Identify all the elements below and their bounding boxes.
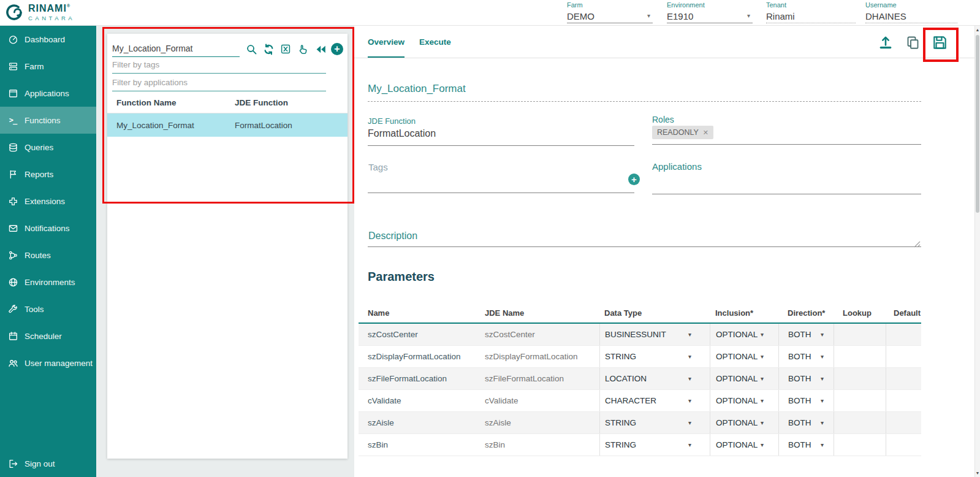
param-direction-select[interactable]: BOTH bbox=[778, 434, 834, 456]
param-inclusion-select[interactable]: OPTIONAL bbox=[710, 346, 778, 367]
param-direction-select[interactable]: BOTH bbox=[778, 346, 834, 367]
parameter-row: szAisle szAisle STRING OPTIONAL BOTH bbox=[359, 412, 921, 434]
param-direction-select[interactable]: BOTH bbox=[778, 368, 834, 389]
param-name-cell: szAisle bbox=[359, 412, 476, 433]
function-search-input[interactable] bbox=[112, 42, 240, 57]
add-function-button[interactable]: + bbox=[330, 42, 344, 56]
sidebar-item-tools[interactable]: Tools bbox=[0, 296, 96, 322]
param-jde-name-cell: szBin bbox=[476, 434, 599, 456]
param-direction-select[interactable]: BOTH bbox=[778, 412, 834, 433]
chevron-down-icon bbox=[761, 441, 764, 448]
chevron-down-icon bbox=[821, 441, 824, 448]
param-inclusion-select[interactable]: OPTIONAL bbox=[710, 434, 778, 456]
textarea-resize-handle[interactable] bbox=[914, 239, 921, 246]
sign-out-icon bbox=[7, 458, 18, 469]
tags-input-underline[interactable] bbox=[368, 180, 634, 193]
filter-by-applications-input[interactable] bbox=[112, 76, 326, 91]
environment-label: Environment bbox=[667, 1, 753, 9]
param-jde-name-cell: szAisle bbox=[476, 412, 599, 433]
param-inclusion-select[interactable]: OPTIONAL bbox=[710, 368, 778, 389]
param-lookup-cell[interactable] bbox=[834, 324, 886, 345]
param-inclusion-select[interactable]: OPTIONAL bbox=[710, 324, 778, 345]
copy-button[interactable] bbox=[904, 34, 921, 51]
chevron-down-icon bbox=[761, 375, 764, 382]
tab-execute[interactable]: Execute bbox=[419, 26, 451, 58]
param-lookup-cell[interactable] bbox=[834, 346, 886, 367]
param-data-type-select[interactable]: BUSINESSUNIT bbox=[599, 324, 710, 345]
parameters-heading: Parameters bbox=[368, 270, 435, 284]
application-window-icon bbox=[7, 88, 18, 99]
param-default-cell[interactable] bbox=[886, 434, 921, 456]
param-default-cell[interactable] bbox=[886, 412, 921, 433]
param-lookup-cell[interactable] bbox=[834, 434, 886, 456]
sidebar-item-routes[interactable]: Routes bbox=[0, 242, 96, 269]
param-inclusion-select[interactable]: OPTIONAL bbox=[710, 412, 778, 433]
sidebar-item-environments[interactable]: Environments bbox=[0, 269, 96, 296]
param-default-cell[interactable] bbox=[886, 368, 921, 389]
param-data-type-select[interactable]: CHARACTER bbox=[599, 390, 710, 411]
refresh-button[interactable] bbox=[262, 42, 275, 56]
param-data-type-select[interactable]: LOCATION bbox=[599, 368, 710, 389]
vertical-scrollbar[interactable]: ▲ ▼ bbox=[974, 26, 980, 477]
param-lookup-cell[interactable] bbox=[834, 368, 886, 389]
excel-export-button[interactable] bbox=[279, 42, 292, 56]
search-button[interactable] bbox=[245, 42, 258, 56]
sidebar-item-notifications[interactable]: Notifications bbox=[0, 215, 96, 242]
param-default-cell[interactable] bbox=[886, 346, 921, 367]
chevron-down-icon bbox=[688, 419, 691, 426]
scroll-up-icon[interactable]: ▲ bbox=[975, 26, 980, 34]
sidebar-item-functions[interactable]: >_ Functions bbox=[0, 107, 96, 134]
calendar-icon bbox=[7, 330, 18, 342]
tenant-field: Tenant Rinami bbox=[766, 1, 856, 23]
extension-puzzle-icon bbox=[7, 196, 18, 207]
sidebar-item-reports[interactable]: Reports bbox=[0, 161, 96, 188]
function-list-row[interactable]: My_Location_Format FormatLocation bbox=[107, 113, 348, 137]
chevron-down-icon bbox=[688, 375, 691, 382]
param-lookup-cell[interactable] bbox=[834, 390, 886, 411]
param-jde-name-cell: szCostCenter bbox=[476, 324, 599, 345]
parameter-row: szCostCenter szCostCenter BUSINESSUNIT O… bbox=[359, 324, 921, 346]
tab-overview[interactable]: Overview bbox=[368, 26, 405, 58]
sidebar-item-dashboard[interactable]: Dashboard bbox=[0, 26, 96, 53]
param-direction-select[interactable]: BOTH bbox=[778, 390, 834, 411]
username-field: Username DHAINES bbox=[865, 1, 957, 23]
param-lookup-cell[interactable] bbox=[834, 412, 886, 433]
param-name-cell: szFileFormatLocation bbox=[359, 368, 476, 389]
parameter-row: szFileFormatLocation szFileFormatLocatio… bbox=[359, 368, 921, 390]
sidebar-item-queries[interactable]: Queries bbox=[0, 134, 96, 161]
sidebar-item-extensions[interactable]: Extensions bbox=[0, 188, 96, 215]
param-data-type-select[interactable]: STRING bbox=[599, 412, 710, 433]
farm-label: Farm bbox=[567, 1, 653, 9]
rewind-icon[interactable] bbox=[313, 42, 327, 56]
col-default: Default bbox=[886, 308, 921, 318]
column-jde-function: JDE Function bbox=[235, 98, 348, 107]
wrench-icon bbox=[7, 303, 18, 315]
hand-pointer-button[interactable] bbox=[296, 42, 310, 56]
param-direction-select[interactable]: BOTH bbox=[778, 324, 834, 345]
filter-by-tags-input[interactable] bbox=[112, 58, 326, 74]
sidebar-item-scheduler[interactable]: Scheduler bbox=[0, 322, 96, 349]
scroll-down-icon[interactable]: ▼ bbox=[975, 469, 980, 477]
sidebar-item-applications[interactable]: Applications bbox=[0, 80, 96, 107]
scrollbar-thumb[interactable] bbox=[976, 35, 979, 213]
brand-subname: CANTARA bbox=[28, 15, 75, 21]
sidebar-item-user-management[interactable]: User management bbox=[0, 349, 96, 376]
function-list-header: Function Name JDE Function bbox=[107, 93, 348, 113]
param-inclusion-select[interactable]: OPTIONAL bbox=[710, 390, 778, 411]
param-default-cell[interactable] bbox=[886, 390, 921, 411]
upload-button[interactable] bbox=[877, 34, 894, 51]
param-default-cell[interactable] bbox=[886, 324, 921, 345]
description-input-underline[interactable] bbox=[368, 234, 921, 247]
param-data-type-select[interactable]: STRING bbox=[599, 434, 710, 456]
environment-select[interactable]: Environment E1910 bbox=[667, 1, 753, 23]
sidebar-item-farm[interactable]: Farm bbox=[0, 53, 96, 80]
farm-select[interactable]: Farm DEMO bbox=[567, 1, 653, 23]
chevron-down-icon bbox=[688, 353, 691, 360]
applications-input-underline[interactable] bbox=[652, 181, 921, 194]
param-jde-name-cell: cValidate bbox=[476, 390, 599, 411]
sidebar-item-sign-out[interactable]: Sign out bbox=[0, 450, 96, 477]
save-button[interactable] bbox=[931, 34, 948, 51]
roles-input-underline[interactable] bbox=[652, 131, 921, 145]
applications-label: Applications bbox=[652, 161, 702, 172]
param-data-type-select[interactable]: STRING bbox=[599, 346, 710, 367]
